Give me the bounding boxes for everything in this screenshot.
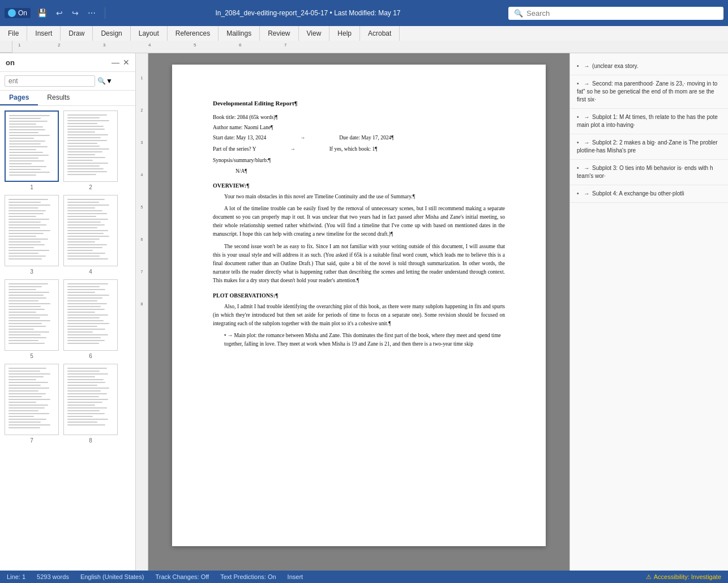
thumb-label-8: 8	[89, 437, 92, 444]
section-plot: PLOT OBSERVATIONS:¶	[213, 291, 505, 300]
tab-mailings[interactable]: Mailings	[219, 26, 260, 41]
file-title: In_2084_dev-editing-report_24-05-17 • La…	[112, 9, 504, 17]
tab-pages[interactable]: Pages	[0, 91, 38, 105]
overview-para-1: Your two main obstacles in this novel ar…	[213, 193, 505, 201]
thumb-label-5: 5	[30, 353, 33, 359]
comment-text-1: (unclear exa story.	[592, 63, 639, 69]
ruler-h: 1 2 3 4 5 6 7	[12, 41, 728, 53]
doc-scroll[interactable]: 1 2 3 4 5 6 7 8 Developmental Editing Re…	[136, 53, 569, 571]
thumb-label-3: 3	[30, 269, 33, 275]
thumb-page-4[interactable]	[63, 195, 118, 266]
minimize-icon[interactable]: —	[112, 58, 119, 67]
status-insert: Insert	[288, 573, 303, 580]
thumb-row-4: 7	[5, 364, 131, 444]
comment-3: • → Subplot 1: M At times, th relate to …	[570, 109, 728, 134]
tab-design[interactable]: Design	[93, 26, 130, 41]
sidebar-title: on	[6, 58, 15, 67]
auto-save-toggle[interactable]: On	[5, 8, 31, 18]
tab-insert[interactable]: Insert	[27, 26, 61, 41]
field-book-title: Book title: 2084 (65k words)¶	[213, 113, 505, 122]
thumb-page-6[interactable]	[63, 279, 118, 351]
comment-1: • → (unclear exa story.	[570, 58, 728, 75]
comment-text-5: Subplot 3: O ties into Mi behavior is· e…	[577, 165, 713, 179]
sidebar-search-area: 🔍▼	[0, 72, 135, 91]
tab-results[interactable]: Results	[38, 91, 79, 105]
redo-icon[interactable]: ↪	[70, 7, 81, 19]
field-due-date: Due date: May 17, 2024¶	[339, 134, 393, 142]
status-track-changes[interactable]: Track Changes: Off	[155, 573, 209, 580]
thumb-row-2: 3	[5, 195, 131, 275]
ruler-area: 1 2 3 4 5 6 7	[0, 41, 728, 53]
thumb-label-7: 7	[30, 437, 33, 444]
bullet-main: • → Main plot: the romance between Misha…	[213, 331, 505, 348]
search-box[interactable]: 🔍	[508, 7, 723, 20]
thumb-page-2[interactable]	[63, 110, 118, 182]
sidebar-search-icon[interactable]: 🔍▼	[97, 77, 113, 85]
thumb-row-3: 5	[5, 279, 131, 359]
thumbnail-grid: 1	[0, 106, 135, 571]
thumb-item-1[interactable]: 1	[5, 110, 59, 190]
thumb-page-8[interactable]	[63, 364, 118, 435]
field-series: Part of the series? Y	[213, 145, 256, 154]
comment-text-3: Subplot 1: M At times, th relate to the …	[577, 114, 718, 128]
status-bar: Line: 1 5293 words English (United State…	[0, 571, 728, 583]
status-accessibility[interactable]: ⚠ Accessibility: Investigate	[646, 573, 721, 581]
thumb-item-2[interactable]: 2	[63, 110, 118, 190]
tab-review[interactable]: Review	[260, 26, 298, 41]
thumb-label-4: 4	[89, 269, 92, 275]
thumb-page-5[interactable]	[5, 279, 59, 351]
thumb-label-2: 2	[89, 184, 92, 190]
thumb-page-3[interactable]	[5, 195, 59, 266]
tab-help[interactable]: Help	[329, 26, 360, 41]
thumb-item-8[interactable]: 8	[63, 364, 118, 444]
status-text-predictions[interactable]: Text Predictions: On	[220, 573, 276, 580]
toggle-dot	[8, 9, 16, 17]
thumb-item-3[interactable]: 3	[5, 195, 59, 275]
comment-5: • → Subplot 3: O ties into Mi behavior i…	[570, 160, 728, 185]
thumb-item-5[interactable]: 5	[5, 279, 59, 359]
close-icon[interactable]: ✕	[123, 58, 130, 67]
tab-references[interactable]: References	[168, 26, 219, 41]
tab-acrobat[interactable]: Acrobat	[360, 26, 400, 41]
thumb-page-7[interactable]	[5, 364, 59, 435]
thumb-item-7[interactable]: 7	[5, 364, 59, 444]
comment-4: • → Subplot 2: 2 makes a big· and·Zane i…	[570, 134, 728, 160]
tab-layout[interactable]: Layout	[131, 26, 168, 41]
thumb-label-6: 6	[89, 353, 92, 359]
status-language: English (United States)	[80, 573, 144, 580]
doc-title: Developmental Editing Report¶	[213, 99, 505, 109]
save-icon[interactable]: 💾	[35, 7, 49, 19]
sidebar: on — ✕ 🔍▼ Pages Results	[0, 53, 136, 571]
tab-view[interactable]: View	[299, 26, 330, 41]
warn-icon: ⚠	[646, 573, 652, 581]
section-overview: OVERVIEW:¶	[213, 181, 505, 190]
thumb-item-4[interactable]: 4	[63, 195, 118, 275]
comment-6: • → Subplot 4: A exchange·bu other·plotl…	[570, 185, 728, 203]
overview-para-2: A lot of the timeline trouble can be eas…	[213, 205, 505, 239]
overview-para-3: The second issue won't be as easy to fix…	[213, 242, 505, 286]
field-dates-row: Start date: May 13, 2024 → Due date: May…	[213, 134, 505, 144]
field-synopsis-value: N/A¶	[213, 167, 505, 176]
more-icon[interactable]: ⋯	[85, 7, 98, 19]
thumb-label-1: 1	[30, 184, 33, 190]
tab-file[interactable]: File	[0, 26, 27, 41]
comment-text-4: Subplot 2: 2 makes a big· and·Zane is Th…	[577, 139, 718, 154]
thumb-row-1: 1	[5, 110, 131, 190]
undo-icon[interactable]: ↩	[54, 7, 65, 19]
status-words: 5293 words	[37, 573, 69, 580]
accessibility-label: Accessibility: Investigate	[654, 573, 721, 580]
plot-para-1: Also, I admit I had trouble identifying …	[213, 303, 505, 329]
toggle-label: On	[18, 9, 27, 17]
thumb-item-6[interactable]: 6	[63, 279, 118, 359]
field-which-book: If yes, which book: 1¶	[329, 145, 378, 154]
search-input[interactable]	[526, 9, 718, 18]
search-icon: 🔍	[514, 9, 523, 18]
field-synopsis-label: Synopsis/summary/blurb:¶	[213, 156, 505, 165]
thumb-page-1[interactable]	[5, 110, 59, 182]
sidebar-search-input[interactable]	[5, 75, 95, 87]
sidebar-tabs: Pages Results	[0, 91, 135, 106]
field-series-row: Part of the series? Y → If yes, which bo…	[213, 145, 505, 155]
comment-text-6: Subplot 4: A exchange·bu other·plotli	[592, 190, 684, 197]
tab-draw[interactable]: Draw	[61, 26, 93, 41]
document-page[interactable]: Developmental Editing Report¶ Book title…	[172, 65, 546, 546]
